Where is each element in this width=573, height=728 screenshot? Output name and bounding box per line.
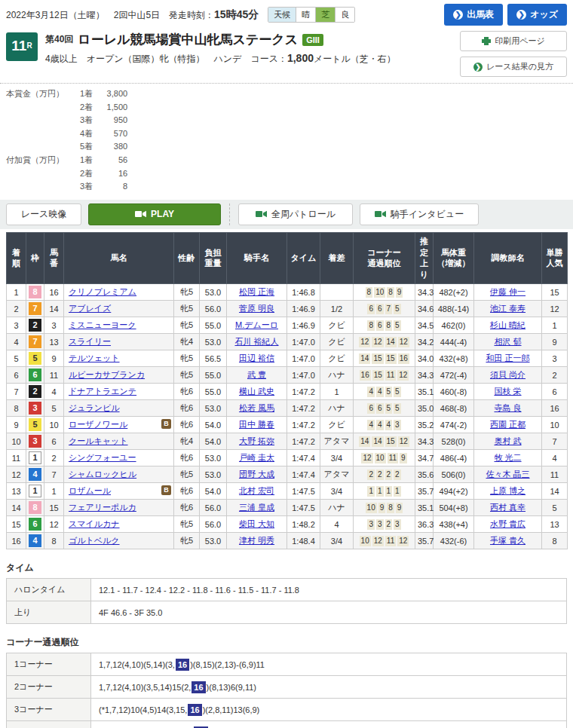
horse-link[interactable]: ロザムール (69, 486, 111, 495)
result-cell-corner-order: 6675 (354, 301, 415, 317)
result-cell-horse-weight: 486(-4) (434, 450, 474, 466)
trainer-link[interactable]: 池江 泰寿 (490, 304, 526, 313)
jockey-link[interactable]: 柴田 大知 (239, 519, 274, 528)
trainer-link[interactable]: 伊藤 伸一 (490, 287, 526, 296)
race-video-button[interactable]: レース映像 (6, 203, 81, 225)
horse-link[interactable]: ジュランビル (69, 403, 120, 412)
result-cell-carried-weight: 56.5 (200, 350, 227, 367)
trainer-link[interactable]: 上原 博之 (490, 486, 526, 495)
corner-position-box: 8 (387, 503, 394, 513)
prize-pair: 4着570 (69, 127, 127, 141)
corner-position-box: 5 (394, 304, 401, 314)
jockey-link[interactable]: M.デムーロ (235, 320, 278, 329)
trainer-link[interactable]: 水野 貴広 (490, 519, 526, 528)
entry-table-button[interactable]: ❯出馬表 (444, 4, 503, 26)
jockey-link[interactable]: 大野 拓弥 (239, 436, 274, 445)
jockey-link[interactable]: 石川 裕紀人 (234, 337, 278, 346)
trainer-link[interactable]: 西園 正都 (490, 420, 526, 429)
trainer-link[interactable]: 佐々木 晶三 (486, 470, 529, 479)
jockey-link[interactable]: 菅原 明良 (239, 304, 274, 313)
jockey-link[interactable]: 横山 武史 (239, 387, 274, 396)
result-cell-odds-rank: 14 (542, 483, 568, 500)
prize-pair: 2着1,500 (69, 101, 127, 115)
horse-link[interactable]: シャムロックヒル (69, 470, 136, 479)
horse-link[interactable]: クールキャット (69, 436, 128, 445)
race-number-r: R (26, 41, 32, 50)
jockey-link[interactable]: 田中 勝春 (239, 420, 274, 429)
horse-link[interactable]: シングフォーユー (69, 453, 136, 462)
prize-amount: 56 (93, 154, 127, 167)
result-cell-carried-weight: 54.0 (200, 433, 227, 450)
result-cell-horse-weight: 504(+8) (434, 500, 474, 516)
jockey-link[interactable]: 津村 明秀 (239, 536, 274, 545)
trainer-link[interactable]: 西村 真幸 (490, 503, 526, 512)
horse-link[interactable]: ルビーカサブランカ (69, 370, 145, 379)
odds-button[interactable]: ❯オッズ (507, 4, 567, 26)
result-cell-trainer: 西園 正都 (474, 417, 542, 433)
main-prize-values: 1着3,8002着1,5003着9504着5705着380 (69, 87, 127, 154)
corner-position-box: 6 (367, 403, 375, 414)
jockey-link[interactable]: 松岡 正海 (239, 287, 274, 296)
result-cell-horse-number: 10 (44, 417, 64, 433)
result-cell-last3f: 34.3 (415, 367, 434, 384)
result-cell-position: 7 (7, 384, 26, 400)
prize-amount: 16 (93, 167, 127, 181)
jockey-interview-button[interactable]: 騎手インタビュー (360, 203, 479, 225)
column-header-jockey: 騎手名 (227, 232, 287, 283)
horse-link[interactable]: フェアリーポルカ (69, 503, 136, 512)
jockey-link[interactable]: 武 豊 (247, 370, 266, 379)
prize-pair: 3着8 (69, 180, 127, 194)
horse-link[interactable]: ドナアトラエンテ (69, 387, 136, 396)
jockey-link[interactable]: 三浦 皇成 (239, 503, 274, 512)
corner-position-box: 5 (385, 387, 393, 397)
waku-badge: 1 (29, 451, 41, 464)
corner-order-prefix: 1,7,12(4,10)(3,5,14)15(2, (99, 683, 191, 692)
play-button[interactable]: PLAY (88, 203, 221, 225)
trainer-link[interactable]: 牧 光二 (494, 453, 521, 462)
print-page-button[interactable]: 印刷用ページ (460, 31, 567, 51)
lap-time-value: 4F 46.6 - 3F 35.0 (91, 601, 567, 624)
corner-position-box: 12 (372, 536, 384, 546)
horse-link[interactable]: アブレイズ (69, 304, 111, 313)
result-cell-jockey: 横山 武史 (227, 384, 287, 400)
jockey-link[interactable]: 団野 大成 (239, 470, 274, 479)
jockey-link[interactable]: 戸崎 圭太 (239, 453, 274, 462)
trainer-link[interactable]: 奥村 武 (494, 436, 521, 445)
jockey-link[interactable]: 松若 風馬 (239, 403, 274, 412)
prize-amount: 8 (93, 180, 127, 194)
corner-position-box: 1 (376, 486, 384, 497)
result-cell-horse-weight: 494(+2) (434, 483, 474, 500)
result-cell-waku: 5 (26, 417, 44, 433)
corner-position-box: 5 (394, 403, 401, 414)
result-guide-label: レース結果の見方 (486, 61, 553, 72)
trainer-link[interactable]: 須貝 尚介 (490, 370, 526, 379)
horse-link[interactable]: スライリー (69, 337, 111, 346)
interview-label: 騎手インタビュー (391, 208, 464, 221)
horse-link[interactable]: ミスニューヨーク (69, 320, 136, 329)
result-cell-margin: クビ (320, 417, 354, 433)
result-cell-time: 1:47.2 (287, 433, 320, 450)
trainer-link[interactable]: 手塚 貴久 (490, 536, 526, 545)
result-cell-last3f: 34.0 (415, 350, 434, 367)
trainer-link[interactable]: 寺島 良 (494, 403, 521, 412)
table-row: 2714アブレイズ牝556.0菅原 明良1:46.91/2667534.6488… (7, 301, 568, 317)
horse-link[interactable]: ローザノワール (69, 420, 127, 429)
result-guide-button[interactable]: ❯ レース結果の見方 (460, 57, 567, 77)
jockey-link[interactable]: 北村 宏司 (239, 486, 274, 495)
corner-order-suffix: )(8,15)(2,13)-(6,9)11 (190, 660, 265, 669)
corner-position-box: 15 (385, 353, 397, 364)
corner-position-box: 6 (376, 320, 384, 331)
result-cell-last3f: 35.2 (415, 417, 434, 433)
result-cell-jockey: 石川 裕紀人 (227, 334, 287, 350)
horse-link[interactable]: スマイルカナ (69, 519, 120, 528)
trainer-link[interactable]: 杉山 晴紀 (490, 320, 526, 329)
patrol-video-button[interactable]: 全周パトロール (238, 203, 353, 225)
horse-link[interactable]: クリノプレミアム (69, 287, 136, 296)
horse-link[interactable]: テルツェット (69, 353, 120, 362)
trainer-link[interactable]: 和田 正一郎 (486, 353, 529, 362)
horse-link[interactable]: ゴルトベルク (69, 536, 120, 545)
trainer-link[interactable]: 相沢 郁 (494, 337, 521, 346)
jockey-link[interactable]: 田辺 裕信 (239, 353, 274, 362)
prize-amount: 380 (93, 140, 127, 154)
trainer-link[interactable]: 国枝 栄 (494, 387, 521, 396)
